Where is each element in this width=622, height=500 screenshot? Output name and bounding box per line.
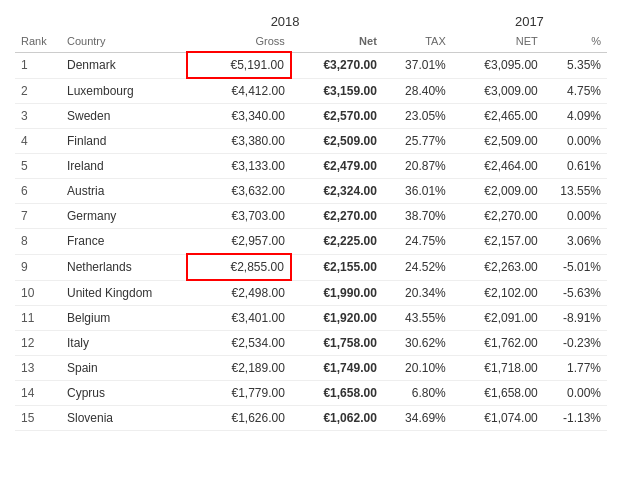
pct-cell: 4.75% xyxy=(544,78,607,104)
pct-cell: 0.00% xyxy=(544,129,607,154)
country-cell: France xyxy=(61,229,187,255)
net2017-cell: €3,095.00 xyxy=(452,52,544,78)
net2017-cell: €2,263.00 xyxy=(452,254,544,280)
country-col-header: Country xyxy=(61,31,187,52)
rank-cell: 6 xyxy=(15,179,61,204)
table-row: 5Ireland€3,133.00€2,479.0020.87%€2,464.0… xyxy=(15,154,607,179)
net-cell: €2,155.00 xyxy=(291,254,383,280)
country-cell: Belgium xyxy=(61,306,187,331)
tax-cell: 38.70% xyxy=(383,204,452,229)
country-header-spacer xyxy=(61,10,187,31)
data-table: 2018 2017 Rank Country Gross Net TAX NET… xyxy=(15,10,607,431)
rank-cell: 9 xyxy=(15,254,61,280)
pct-cell: 0.61% xyxy=(544,154,607,179)
country-cell: Spain xyxy=(61,356,187,381)
net-col-header: Net xyxy=(291,31,383,52)
rank-cell: 13 xyxy=(15,356,61,381)
rank-col-header: Rank xyxy=(15,31,61,52)
country-cell: Netherlands xyxy=(61,254,187,280)
tax-cell: 43.55% xyxy=(383,306,452,331)
pct-cell: -5.01% xyxy=(544,254,607,280)
gross-cell: €1,626.00 xyxy=(187,406,290,431)
country-cell: United Kingdom xyxy=(61,280,187,306)
tax-cell: 6.80% xyxy=(383,381,452,406)
rank-cell: 5 xyxy=(15,154,61,179)
pct-col-header: % xyxy=(544,31,607,52)
gross-cell: €2,534.00 xyxy=(187,331,290,356)
table-row: 15Slovenia€1,626.00€1,062.0034.69%€1,074… xyxy=(15,406,607,431)
table-row: 8France€2,957.00€2,225.0024.75%€2,157.00… xyxy=(15,229,607,255)
tax-header-spacer xyxy=(383,10,452,31)
country-cell: Denmark xyxy=(61,52,187,78)
tax-cell: 36.01% xyxy=(383,179,452,204)
rank-cell: 15 xyxy=(15,406,61,431)
net-cell: €2,570.00 xyxy=(291,104,383,129)
table-row: 6Austria€3,632.00€2,324.0036.01%€2,009.0… xyxy=(15,179,607,204)
gross-cell: €2,855.00 xyxy=(187,254,290,280)
net-cell: €3,270.00 xyxy=(291,52,383,78)
rank-cell: 3 xyxy=(15,104,61,129)
pct-cell: -0.23% xyxy=(544,331,607,356)
gross-cell: €4,412.00 xyxy=(187,78,290,104)
rank-cell: 8 xyxy=(15,229,61,255)
rank-cell: 2 xyxy=(15,78,61,104)
pct-cell: -1.13% xyxy=(544,406,607,431)
country-cell: Cyprus xyxy=(61,381,187,406)
pct-cell: 0.00% xyxy=(544,381,607,406)
table-row: 4Finland€3,380.00€2,509.0025.77%€2,509.0… xyxy=(15,129,607,154)
rank-cell: 12 xyxy=(15,331,61,356)
table-row: 12Italy€2,534.00€1,758.0030.62%€1,762.00… xyxy=(15,331,607,356)
net-cell: €1,062.00 xyxy=(291,406,383,431)
country-cell: Luxembourg xyxy=(61,78,187,104)
rank-header-spacer xyxy=(15,10,61,31)
tax-cell: 24.52% xyxy=(383,254,452,280)
table-row: 11Belgium€3,401.00€1,920.0043.55%€2,091.… xyxy=(15,306,607,331)
gross-col-header: Gross xyxy=(187,31,290,52)
gross-cell: €3,703.00 xyxy=(187,204,290,229)
gross-cell: €1,779.00 xyxy=(187,381,290,406)
pct-cell: 0.00% xyxy=(544,204,607,229)
gross-cell: €2,189.00 xyxy=(187,356,290,381)
net2017-cell: €1,074.00 xyxy=(452,406,544,431)
gross-cell: €3,401.00 xyxy=(187,306,290,331)
net2017-cell: €2,464.00 xyxy=(452,154,544,179)
pct-cell: 13.55% xyxy=(544,179,607,204)
net2017-cell: €2,509.00 xyxy=(452,129,544,154)
net-cell: €1,658.00 xyxy=(291,381,383,406)
pct-cell: -8.91% xyxy=(544,306,607,331)
net-cell: €2,225.00 xyxy=(291,229,383,255)
pct-cell: -5.63% xyxy=(544,280,607,306)
rank-cell: 4 xyxy=(15,129,61,154)
tax-cell: 30.62% xyxy=(383,331,452,356)
tax-cell: 34.69% xyxy=(383,406,452,431)
net2017-cell: €2,465.00 xyxy=(452,104,544,129)
net2017-cell: €2,091.00 xyxy=(452,306,544,331)
tax-cell: 20.87% xyxy=(383,154,452,179)
rank-cell: 10 xyxy=(15,280,61,306)
net-cell: €2,324.00 xyxy=(291,179,383,204)
net-cell: €2,509.00 xyxy=(291,129,383,154)
net2017-cell: €1,658.00 xyxy=(452,381,544,406)
country-cell: Finland xyxy=(61,129,187,154)
gross-cell: €3,380.00 xyxy=(187,129,290,154)
table-row: 7Germany€3,703.00€2,270.0038.70%€2,270.0… xyxy=(15,204,607,229)
net2017-col-header: NET xyxy=(452,31,544,52)
pct-cell: 1.77% xyxy=(544,356,607,381)
pct-cell: 5.35% xyxy=(544,52,607,78)
country-cell: Austria xyxy=(61,179,187,204)
net2017-cell: €2,009.00 xyxy=(452,179,544,204)
net2017-cell: €3,009.00 xyxy=(452,78,544,104)
rank-cell: 1 xyxy=(15,52,61,78)
table-row: 3Sweden€3,340.00€2,570.0023.05%€2,465.00… xyxy=(15,104,607,129)
net-cell: €2,270.00 xyxy=(291,204,383,229)
table-row: 2Luxembourg€4,412.00€3,159.0028.40%€3,00… xyxy=(15,78,607,104)
net2017-cell: €2,270.00 xyxy=(452,204,544,229)
gross-cell: €2,498.00 xyxy=(187,280,290,306)
tax-col-header: TAX xyxy=(383,31,452,52)
gross-cell: €2,957.00 xyxy=(187,229,290,255)
net-cell: €1,990.00 xyxy=(291,280,383,306)
tax-cell: 20.10% xyxy=(383,356,452,381)
net-cell: €2,479.00 xyxy=(291,154,383,179)
country-cell: Germany xyxy=(61,204,187,229)
tax-cell: 23.05% xyxy=(383,104,452,129)
